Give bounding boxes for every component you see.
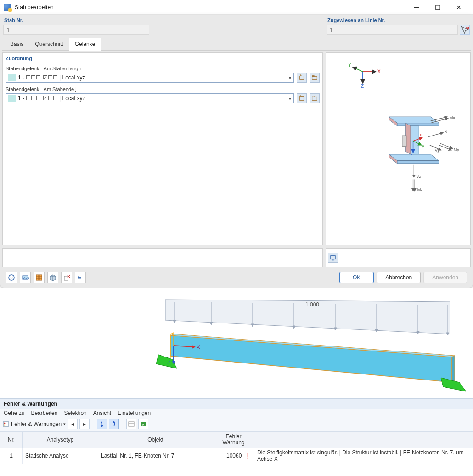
preview-toolbar [326, 248, 471, 267]
svg-marker-21 [389, 154, 439, 161]
3d-viewport[interactable]: 1.000 X Z [0, 288, 473, 398]
cell-code: 10060 ❗ [213, 448, 254, 464]
svg-text:z: z [411, 153, 412, 157]
edit-stabanfang-button[interactable] [310, 73, 320, 83]
export-button[interactable]: X [138, 419, 148, 429]
apply-button[interactable]: Anwenden [423, 272, 467, 283]
screen-icon [330, 255, 336, 261]
col-fehler[interactable]: Fehler Warnung [213, 432, 254, 448]
svg-marker-18 [397, 123, 439, 126]
zugewiesen-input[interactable] [327, 25, 458, 35]
display-options-button[interactable] [328, 253, 338, 263]
stabende-label: Stabendgelenk - Am Stabende j [6, 86, 320, 92]
tabs: Basis Querschnitt Gelenke [2, 38, 471, 51]
zugewiesen-panel: Zugewiesen an Linie Nr. [326, 17, 471, 37]
cancel-button[interactable]: Abbrechen [377, 272, 421, 283]
fx-icon: fx [77, 274, 84, 281]
help-icon: ? [8, 274, 15, 281]
grid-icon [35, 274, 43, 281]
svg-text:X: X [142, 423, 145, 427]
dialog-body: Stab Nr. Zugewiesen an Linie Nr. Basis Q… [0, 15, 473, 288]
svg-marker-67 [173, 320, 176, 323]
svg-text:My: My [454, 147, 460, 152]
pick-line-button[interactable] [460, 25, 470, 35]
cursor-icon [460, 25, 469, 34]
menu-einstellungen[interactable]: Einstellungen [118, 410, 151, 416]
fe-settings-button[interactable] [34, 272, 45, 283]
nav-back-button[interactable]: ◂ [68, 419, 78, 429]
menu-selektion[interactable]: Selektion [64, 410, 86, 416]
chevron-down-icon: ▾ [286, 75, 293, 80]
chevron-down-icon: ▾ [63, 422, 66, 426]
minimize-button[interactable]: ─ [406, 0, 427, 15]
edit-stabende-button[interactable] [310, 93, 320, 103]
render-button[interactable] [47, 272, 58, 283]
table-view-button[interactable] [126, 419, 136, 429]
arrow-up-icon [111, 421, 117, 427]
window-title: Stab bearbeiten [15, 4, 406, 11]
maximize-button[interactable]: ☐ [427, 0, 448, 15]
col-nr[interactable]: Nr. [0, 432, 23, 448]
svg-line-31 [428, 133, 443, 137]
svg-rect-6 [300, 97, 304, 101]
svg-text:x: x [420, 133, 422, 137]
svg-marker-71 [251, 324, 254, 327]
new-stabanfang-button[interactable] [297, 73, 307, 83]
menu-geh[interactable]: Gehe zu [4, 410, 24, 416]
col-analysetyp[interactable]: Analysetyp [23, 432, 98, 448]
breadcrumb[interactable]: Fehler & Warnungen ▾ [3, 421, 66, 427]
titlebar: Stab bearbeiten ─ ☐ ✕ [0, 0, 473, 15]
zugewiesen-label: Zugewiesen an Linie Nr. [327, 17, 470, 25]
tab-gelenke[interactable]: Gelenke [69, 38, 101, 51]
stabende-dropdown[interactable]: 1 - ☐☐☐ ☑☐☐ | Local xyz ▾ [6, 93, 294, 103]
beam-render: 1.000 X Z [0, 288, 473, 398]
comment-panel [2, 248, 323, 267]
svg-text:fx: fx [78, 275, 82, 280]
cell-analysetyp: Statische Analyse [23, 448, 98, 464]
svg-rect-99 [129, 422, 134, 426]
svg-rect-52 [36, 275, 42, 280]
menu-bearbeiten[interactable]: Bearbeiten [31, 410, 57, 416]
folder-icon [311, 95, 318, 102]
errors-toolbar: Fehler & Warnungen ▾ ◂ ▸ X [0, 417, 473, 431]
units-button[interactable]: 0,00 [20, 272, 31, 283]
stabanfang-value: 1 - ☐☐☐ ☑☐☐ | Local xyz [18, 74, 286, 81]
svg-text:Vy: Vy [435, 148, 440, 153]
help-button[interactable]: ? [6, 272, 17, 283]
svg-line-12 [353, 67, 363, 72]
svg-marker-75 [334, 328, 337, 330]
col-desc[interactable] [254, 432, 473, 448]
col-objekt[interactable]: Objekt [98, 432, 213, 448]
stab-nr-input[interactable] [3, 25, 149, 35]
ibeam-illustration: x y z N Mx Vy My [377, 113, 464, 204]
table-row[interactable]: 1 Statische Analyse Lastfall Nr. 1, FE-K… [0, 448, 473, 464]
cell-objekt: Lastfall Nr. 1, FE-Knoten Nr. 7 [98, 448, 213, 464]
close-button[interactable]: ✕ [448, 0, 469, 15]
chevron-right-icon: ▸ [83, 421, 86, 427]
delete-hinge-button[interactable] [61, 272, 72, 283]
function-button[interactable]: fx [75, 272, 86, 283]
new-icon [298, 74, 305, 81]
svg-marker-77 [375, 329, 378, 332]
stabanfang-dropdown[interactable]: 1 - ☐☐☐ ☑☐☐ | Local xyz ▾ [6, 73, 294, 83]
menu-ansicht[interactable]: Ansicht [93, 410, 111, 416]
nav-fwd-button[interactable]: ▸ [79, 419, 90, 429]
new-stabende-button[interactable] [297, 93, 307, 103]
tab-querschnitt[interactable]: Querschnitt [29, 38, 69, 50]
filter1-button[interactable] [97, 419, 107, 429]
svg-text:Mx: Mx [450, 115, 456, 120]
color-swatch-icon [8, 74, 16, 81]
error-pin-icon: ❗ [245, 453, 251, 459]
svg-marker-73 [293, 326, 295, 329]
axis-triad-icon: X Y Z [344, 60, 381, 88]
errors-menu: Gehe zu Bearbeiten Selektion Ansicht Ein… [0, 409, 473, 417]
tab-basis[interactable]: Basis [4, 38, 29, 50]
filter2-button[interactable] [109, 419, 119, 429]
svg-rect-46 [331, 256, 336, 259]
svg-text:1.000: 1.000 [305, 301, 319, 308]
svg-rect-47 [332, 260, 334, 261]
ok-button[interactable]: OK [339, 272, 374, 283]
app-icon [4, 4, 11, 11]
errors-panel: Fehler & Warnungen Gehe zu Bearbeiten Se… [0, 398, 473, 464]
svg-text:Z: Z [167, 360, 170, 365]
